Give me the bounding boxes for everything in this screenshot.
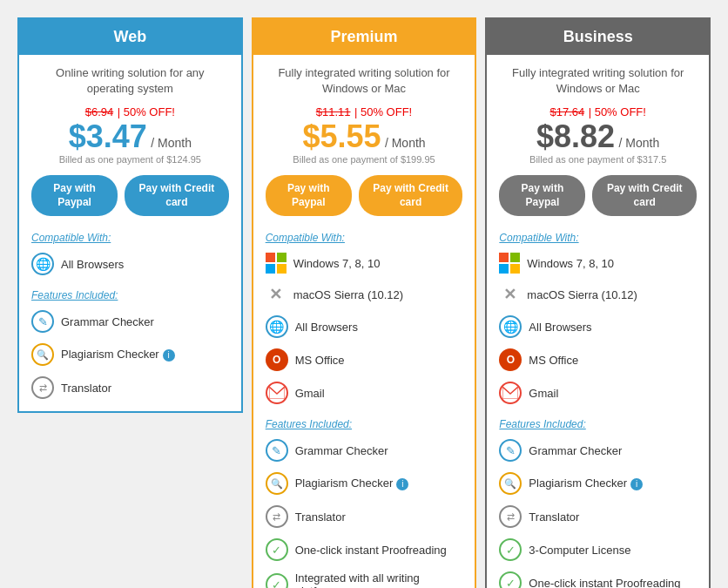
plan-card-web: Web Online writing solution for any oper… — [17, 17, 243, 413]
features-label: Features Included: — [31, 289, 229, 301]
billed-as: Billed as one payment of $124.95 — [31, 154, 229, 165]
plagiarism-icon: 🔍 — [499, 472, 522, 495]
globe-icon: 🌐 — [266, 315, 288, 338]
creditcard-button[interactable]: Pay with Credit card — [125, 175, 229, 216]
btn-row: Pay with Paypal Pay with Credit card — [31, 175, 229, 216]
original-price: $17.64 — [549, 105, 584, 118]
feature-item: ✓ One-click instant Proofreading — [499, 570, 697, 588]
compat-text: macOS Sierra (10.12) — [293, 288, 403, 301]
gmail-icon — [266, 382, 288, 404]
compat-item: Gmail — [266, 380, 463, 406]
main-price: $3.47 — [69, 118, 147, 154]
grammar-icon: ✎ — [266, 439, 288, 462]
check-icon: ✓ — [499, 538, 522, 561]
feature-text: Plagiarism Checkeri — [529, 476, 643, 490]
check-icon: ✓ — [266, 573, 288, 588]
compat-text: MS Office — [295, 354, 345, 367]
discount-label: | 50% OFF! — [118, 105, 175, 118]
features-label: Features Included: — [266, 418, 463, 430]
feature-item: ⇄ Translator — [266, 504, 463, 530]
paypal-button[interactable]: Pay with Paypal — [499, 175, 585, 216]
compat-text: Gmail — [295, 387, 325, 400]
compat-item: O MS Office — [266, 347, 463, 373]
btn-row: Pay with Paypal Pay with Credit card — [266, 175, 463, 216]
main-price-row: $5.55 / Month — [266, 119, 463, 154]
per-month: / Month — [385, 136, 426, 150]
info-badge[interactable]: i — [396, 478, 408, 490]
main-price-row: $8.82 / Month — [499, 119, 697, 154]
per-month: / Month — [151, 136, 192, 150]
compat-item: ✕ macOS Sierra (10.12) — [499, 282, 697, 307]
compat-item: 🌐 All Browsers — [31, 251, 229, 277]
grammar-icon: ✎ — [31, 310, 54, 333]
feature-text: Integrated with all writing platforms — [295, 571, 463, 588]
feature-item: ✎ Grammar Checker — [31, 308, 229, 335]
compat-text: All Browsers — [295, 321, 358, 334]
feature-text: Grammar Checker — [61, 315, 154, 328]
feature-text: Translator — [295, 510, 346, 524]
per-month: / Month — [619, 136, 660, 150]
plagiarism-icon: 🔍 — [31, 343, 54, 366]
features-label: Features Included: — [499, 418, 697, 430]
original-price: $11.11 — [316, 105, 351, 118]
pricing-container: Web Online writing solution for any oper… — [9, 9, 719, 588]
plan-price-area: $17.64 | 50% OFF! $8.82 / Month Billed a… — [499, 104, 697, 165]
plan-header: Web — [19, 19, 241, 55]
feature-text: Grammar Checker — [529, 444, 622, 457]
gmail-icon — [499, 382, 522, 404]
compat-item: O MS Office — [499, 347, 697, 373]
info-badge[interactable]: i — [163, 349, 175, 362]
macos-icon: ✕ — [266, 284, 286, 305]
compat-text: MS Office — [529, 354, 578, 367]
compat-item: Windows 7, 8, 10 — [266, 251, 463, 275]
translator-icon: ⇄ — [31, 376, 54, 399]
compatible-label: Compatible With: — [499, 232, 697, 244]
feature-text: One-click instant Proofreading — [529, 577, 680, 588]
feature-item: ⇄ Translator — [499, 504, 697, 530]
plan-header: Premium — [253, 19, 475, 55]
feature-item: 🔍 Plagiarism Checkeri — [31, 341, 229, 368]
compat-item: 🌐 All Browsers — [499, 314, 697, 340]
globe-icon: 🌐 — [499, 315, 522, 338]
feature-text: 3-Computer License — [529, 544, 630, 557]
macos-icon: ✕ — [499, 284, 520, 305]
windows-icon — [266, 253, 286, 274]
feature-item: ✎ Grammar Checker — [266, 437, 463, 463]
translator-icon: ⇄ — [266, 505, 288, 528]
plan-price-area: $11.11 | 50% OFF! $5.55 / Month Billed a… — [266, 104, 463, 165]
plan-body: Fully integrated writing solution for Wi… — [253, 55, 475, 588]
compat-item: Windows 7, 8, 10 — [499, 251, 697, 275]
compat-text: Gmail — [529, 387, 558, 400]
paypal-button[interactable]: Pay with Paypal — [31, 175, 118, 216]
feature-item: ✓ Integrated with all writing platforms — [266, 570, 463, 588]
feature-item: ✓ One-click instant Proofreading — [266, 537, 463, 563]
translator-icon: ⇄ — [499, 505, 522, 528]
plan-tagline: Online writing solution for any operatin… — [31, 65, 229, 97]
feature-text: Grammar Checker — [295, 444, 388, 457]
feature-item: ✓ 3-Computer License — [499, 537, 697, 563]
main-price: $5.55 — [302, 118, 381, 154]
original-price: $6.94 — [85, 105, 114, 118]
check-icon: ✓ — [499, 571, 522, 588]
info-badge[interactable]: i — [630, 478, 643, 490]
plan-tagline: Fully integrated writing solution for Wi… — [499, 65, 697, 97]
compat-text: Windows 7, 8, 10 — [527, 257, 614, 270]
compatible-label: Compatible With: — [31, 232, 229, 244]
feature-item: ⇄ Translator — [31, 375, 229, 401]
creditcard-button[interactable]: Pay with Credit card — [592, 175, 697, 216]
creditcard-button[interactable]: Pay with Credit card — [359, 175, 463, 216]
globe-icon: 🌐 — [31, 253, 54, 275]
discount-label: | 50% OFF! — [589, 105, 646, 118]
feature-text: Translator — [61, 382, 111, 395]
feature-text: One-click instant Proofreading — [295, 544, 447, 557]
msoffice-icon: O — [499, 348, 522, 371]
feature-item: ✎ Grammar Checker — [499, 437, 697, 463]
plan-card-premium: Premium Fully integrated writing solutio… — [252, 17, 477, 588]
plan-card-business: Business Fully integrated writing soluti… — [485, 17, 711, 588]
compat-item: ✕ macOS Sierra (10.12) — [266, 282, 463, 307]
check-icon: ✓ — [266, 538, 288, 561]
compat-text: Windows 7, 8, 10 — [293, 257, 381, 270]
plan-body: Fully integrated writing solution for Wi… — [487, 55, 709, 588]
paypal-button[interactable]: Pay with Paypal — [266, 175, 352, 216]
compat-text: All Browsers — [61, 258, 124, 271]
